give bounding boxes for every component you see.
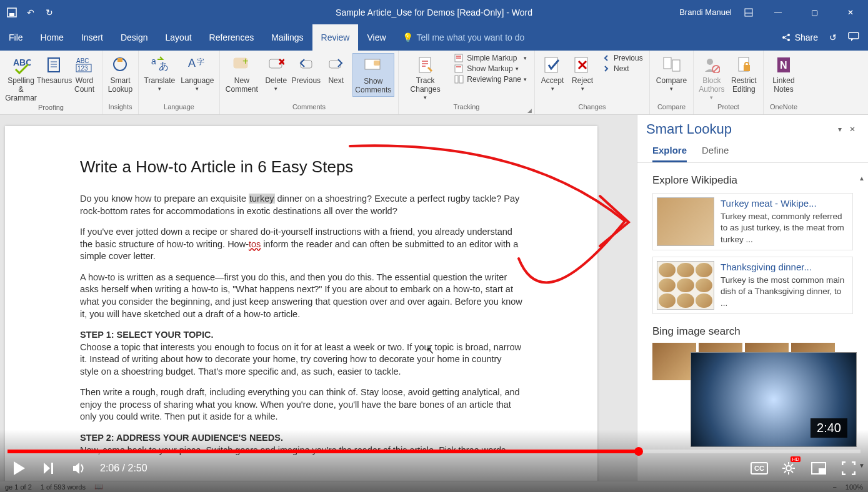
scroll-up-icon[interactable]: ▲: [857, 175, 867, 185]
reviewing-pane-dropdown[interactable]: Reviewing Pane ▾: [451, 74, 531, 84]
settings-button[interactable]: HD: [779, 459, 798, 478]
show-markup-dropdown[interactable]: Show Markup ▾: [451, 64, 531, 74]
svg-rect-25: [419, 57, 431, 72]
translate-button[interactable]: aあ Translate▾: [142, 53, 177, 93]
bing-img-1[interactable]: [652, 343, 696, 380]
next-video-button[interactable]: [40, 459, 59, 478]
play-button[interactable]: [10, 459, 29, 478]
video-time: 2:06 / 2:50: [100, 463, 147, 474]
document-page[interactable]: Write a How-to Article in 6 Easy Steps D…: [5, 126, 597, 488]
tab-home[interactable]: Home: [32, 24, 72, 51]
language-button[interactable]: A字 Language▾: [179, 53, 216, 93]
tell-me-search[interactable]: 💡 Tell me what you want to do: [402, 32, 525, 42]
volume-button[interactable]: [70, 459, 89, 478]
svg-rect-41: [51, 463, 53, 474]
thesaurus-icon: [44, 54, 65, 76]
reviewing-pane-icon: [454, 75, 464, 84]
tab-references[interactable]: References: [201, 24, 263, 51]
word-count-button[interactable]: ABC123 Word Count: [71, 53, 98, 96]
status-bar: ge 1 of 2 1 of 593 words 📖 − 100%: [0, 481, 868, 492]
group-comments: Comments: [220, 103, 398, 114]
group-protect: Protect: [694, 103, 763, 114]
doc-para-1: Do you know how to prepare an exquisite …: [80, 193, 522, 217]
tab-design[interactable]: Design: [112, 24, 157, 51]
tab-layout[interactable]: Layout: [157, 24, 201, 51]
pane-close-icon[interactable]: ✕: [846, 125, 859, 134]
save-icon[interactable]: [6, 7, 17, 18]
next-change-button[interactable]: Next: [599, 64, 647, 74]
preview-timestamp: 2:40: [811, 418, 847, 438]
selected-word: turkey: [249, 194, 275, 204]
status-words[interactable]: 1 of 593 words: [41, 483, 86, 491]
group-language: Language: [139, 103, 219, 114]
video-preview-thumb[interactable]: 2:40: [691, 352, 857, 447]
status-proofing-icon[interactable]: 📖: [94, 483, 103, 491]
track-changes-button[interactable]: Track Changes▾: [402, 53, 448, 102]
wiki-card-2[interactable]: Thanksgiving dinner... Turkey is the mos…: [652, 257, 853, 314]
spelling-grammar-button[interactable]: ABC Spelling & Grammar: [4, 53, 38, 104]
language-icon: A字: [187, 54, 208, 76]
minimize-button[interactable]: —: [766, 0, 791, 24]
history-icon[interactable]: ↺: [829, 32, 837, 42]
pane-options-icon[interactable]: ▾: [834, 125, 846, 134]
reject-button[interactable]: Reject▾: [569, 53, 596, 93]
previous-comment-button[interactable]: Previous: [292, 53, 320, 87]
pane-tab-explore[interactable]: Explore: [652, 145, 687, 162]
tab-review[interactable]: Review: [312, 24, 359, 51]
group-onenote: OneNote: [764, 103, 804, 114]
pane-section-wikipedia: Explore Wikipedia: [652, 174, 853, 187]
svg-point-42: [786, 466, 791, 471]
next-comment-button[interactable]: Next: [322, 53, 350, 87]
tab-mailings[interactable]: Mailings: [262, 24, 312, 51]
pane-tab-define[interactable]: Define: [702, 145, 729, 162]
tell-me-placeholder: Tell me what you want to do: [417, 32, 525, 42]
close-button[interactable]: ✕: [838, 0, 863, 24]
status-zoom-value[interactable]: 100%: [846, 483, 863, 491]
ribbon-options-icon[interactable]: [743, 7, 754, 18]
doc-para-2: If you've ever jotted down a recipe or s…: [80, 226, 522, 263]
smart-lookup-button[interactable]: Smart Lookup: [106, 53, 134, 96]
fullscreen-button[interactable]: [839, 459, 858, 478]
user-name[interactable]: Brandi Manuel: [679, 7, 732, 17]
show-comments-button[interactable]: Show Comments: [352, 53, 394, 97]
prev-comment-icon: [296, 54, 317, 76]
linked-notes-button[interactable]: N Linked Notes: [767, 53, 800, 96]
svg-text:A: A: [188, 57, 196, 69]
wiki-card-1[interactable]: Turkey meat - Wikipe... Turkey meat, com…: [652, 193, 853, 250]
block-authors-button[interactable]: Block Authors▾: [697, 53, 726, 102]
accept-button[interactable]: Accept▾: [539, 53, 566, 93]
undo-icon[interactable]: ↶: [25, 7, 36, 18]
restrict-editing-button[interactable]: Restrict Editing: [729, 53, 759, 96]
previous-change-button[interactable]: Previous: [599, 53, 647, 63]
status-page[interactable]: ge 1 of 2: [5, 483, 32, 491]
step2-heading: STEP 2: ADDRESS YOUR AUDIENCE'S NEEDS.: [80, 432, 522, 445]
video-progress-bar[interactable]: [7, 450, 861, 453]
doc-heading: Write a How-to Article in 6 Easy Steps: [80, 157, 522, 177]
tracking-dialog-launcher[interactable]: ◢: [527, 107, 532, 114]
svg-text:+: +: [242, 57, 248, 66]
maximize-button[interactable]: ▢: [802, 0, 827, 24]
compare-button[interactable]: Compare▾: [654, 53, 689, 93]
markup-mode-dropdown[interactable]: Simple Markup ▾: [451, 53, 531, 63]
redo-icon[interactable]: ↻: [44, 7, 55, 18]
share-button[interactable]: Share: [781, 32, 818, 42]
delete-comment-button[interactable]: Delete▾: [262, 53, 290, 93]
thesaurus-button[interactable]: Thesaurus: [41, 53, 68, 87]
tab-view[interactable]: View: [358, 24, 394, 51]
comments-icon[interactable]: [848, 32, 859, 44]
share-label: Share: [795, 32, 818, 42]
wiki-body-2: Turkey is the most common main dish of a…: [721, 275, 849, 309]
miniplayer-button[interactable]: [809, 459, 828, 478]
next-comment-icon: [326, 54, 347, 76]
svg-text:ABC: ABC: [13, 57, 31, 67]
captions-button[interactable]: CC: [751, 462, 768, 475]
step1-para-1: Choose a topic that interests you enough…: [80, 342, 522, 378]
tab-insert[interactable]: Insert: [72, 24, 112, 51]
file-tab[interactable]: File: [0, 24, 32, 51]
restrict-icon: [733, 54, 754, 76]
wiki-body-1: Turkey meat, commonly referred to as jus…: [721, 211, 849, 245]
onenote-icon: N: [773, 54, 794, 76]
new-comment-button[interactable]: + New Comment: [224, 53, 260, 96]
status-zoom-out[interactable]: −: [832, 483, 836, 491]
svg-rect-8: [48, 58, 59, 72]
